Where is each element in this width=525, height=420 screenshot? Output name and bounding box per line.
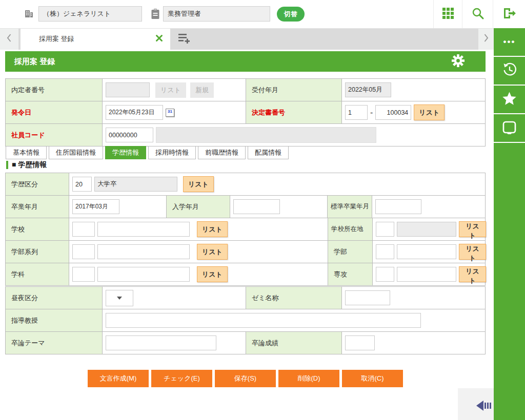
shido-input[interactable] <box>106 313 421 328</box>
cancel-button[interactable]: 取消(C) <box>342 370 403 387</box>
chuya-dropdown[interactable] <box>106 290 133 306</box>
gakubu-name-input[interactable] <box>397 244 456 259</box>
theme-input[interactable] <box>106 335 216 350</box>
table-row: 社員コード <box>6 123 485 146</box>
hyojun-input[interactable] <box>375 199 421 214</box>
shain-name-field-disabled <box>156 127 376 143</box>
tab-saiyoji-joho[interactable]: 採用時情報 <box>148 146 196 159</box>
kettei-no2-input[interactable] <box>375 105 411 120</box>
nyugaku-input[interactable] <box>233 199 280 214</box>
history-clock-icon <box>502 62 517 79</box>
app-window: 切替 採用案 登録 <box>0 0 525 420</box>
tab-zenshokureki[interactable]: 前職歴情報 <box>198 146 246 159</box>
kettei-list-button[interactable]: リスト <box>414 104 445 120</box>
top-header-bar: 切替 <box>0 0 525 29</box>
switch-button[interactable]: 切替 <box>277 7 305 22</box>
seiseki-input[interactable] <box>345 335 375 350</box>
gakubu-cell: リスト <box>373 241 486 263</box>
logout-icon <box>502 7 516 22</box>
tab-haizoku-joho[interactable]: 配属情報 <box>248 146 289 159</box>
seiseki-label: 卒論成績 <box>246 332 342 354</box>
kubun-name-input <box>94 177 177 192</box>
arrow-bar <box>490 403 491 409</box>
gakubu-list-button[interactable]: リスト <box>459 244 486 260</box>
tab-gakureki-joho[interactable]: 学歴情報 <box>105 146 146 159</box>
shain-code-input[interactable] <box>106 128 153 142</box>
table-row: 学歴区分 リスト <box>6 173 485 195</box>
key-fields-table: 内定者番号 リスト 新規 受付年月 発令日 31 <box>5 78 486 146</box>
sotsugyo-label: 卒業年月 <box>6 196 69 218</box>
sidebar-more-button[interactable]: ••• <box>494 28 525 57</box>
table-row: 学校 リスト 学校所在地 リスト <box>6 218 485 240</box>
senko-list-button[interactable]: リスト <box>459 266 486 282</box>
senko-code-input[interactable] <box>376 267 394 282</box>
grid-icon <box>442 7 454 22</box>
sidebar-clip-button[interactable] <box>494 114 525 143</box>
gakka-list-button[interactable]: リスト <box>197 266 228 282</box>
sotsugyo-input[interactable] <box>72 199 119 214</box>
delete-button[interactable]: 削除(D) <box>278 370 339 387</box>
tab-label: 採用案 登録 <box>39 34 155 44</box>
gakko-code-input[interactable] <box>72 222 95 237</box>
gakko-name-input[interactable] <box>97 222 190 237</box>
logout-button[interactable] <box>493 0 525 28</box>
hatsurei-input[interactable] <box>106 105 163 120</box>
sidebar-favorites-button[interactable] <box>494 86 525 114</box>
gakubukeiretsu-label: 学部系列 <box>6 241 69 263</box>
create-text-button[interactable]: 文言作成(M) <box>88 370 149 387</box>
chuya-label: 昼夜区分 <box>6 287 103 309</box>
company-input[interactable] <box>38 6 142 22</box>
table-row: 学科 リスト 専攻 リスト <box>6 263 485 285</box>
education-detail-table: 昼夜区分 ゼミ名称 指導教授 卒論テーマ <box>5 286 486 354</box>
shozaichi-code-input[interactable] <box>376 222 394 237</box>
tab-jusho-kokuseki[interactable]: 住所国籍情報 <box>49 146 103 159</box>
gakka-label: 学科 <box>6 263 69 285</box>
table-row: 昼夜区分 ゼミ名称 <box>6 287 485 309</box>
tab-kihon-joho[interactable]: 基本情報 <box>6 146 47 159</box>
search-button[interactable] <box>462 0 493 28</box>
kettei-no1-input[interactable] <box>345 105 368 120</box>
collapse-panel-arrow[interactable] <box>476 401 491 411</box>
shain-cell <box>103 124 485 146</box>
zemi-input[interactable] <box>345 290 390 305</box>
gakka-cell: リスト <box>69 263 328 285</box>
tabs-scroll-right-button[interactable] <box>478 28 494 50</box>
shozaichi-list-button[interactable]: リスト <box>459 221 486 237</box>
add-tab-icon <box>177 32 191 46</box>
kubun-label: 学歴区分 <box>6 173 69 195</box>
save-button[interactable]: 保存(S) <box>215 370 276 387</box>
gakubukeiretsu-list-button[interactable]: リスト <box>197 244 228 260</box>
tab-saiyoan-toroku[interactable]: 採用案 登録 <box>21 28 170 50</box>
gakko-list-button[interactable]: リスト <box>197 221 228 237</box>
gakubukeiretsu-name-input[interactable] <box>97 244 190 259</box>
education-table: 学歴区分 リスト 卒業年月 入学年月 標準卒業年月 <box>5 173 486 286</box>
gakubukeiretsu-code-input[interactable] <box>72 244 95 259</box>
close-tab-icon[interactable] <box>155 34 163 44</box>
apps-grid-button[interactable] <box>433 0 462 28</box>
senko-name-input[interactable] <box>397 267 456 282</box>
gakka-code-input[interactable] <box>72 267 95 282</box>
theme-cell <box>103 332 246 354</box>
add-tab-button[interactable] <box>175 28 193 50</box>
kettei-separator: - <box>370 108 373 117</box>
tray-icon <box>502 120 517 136</box>
chevron-down-icon <box>117 297 122 300</box>
calendar-icon[interactable]: 31 <box>166 109 174 117</box>
sotsugyo-cell <box>69 196 167 218</box>
kubun-list-button[interactable]: リスト <box>183 176 214 192</box>
hyojun-label: 標準卒業年月 <box>328 196 372 218</box>
table-row: 卒論テーマ 卒論成績 <box>6 331 485 354</box>
star-icon <box>502 91 517 108</box>
chuya-cell <box>103 287 246 309</box>
settings-gear-icon[interactable] <box>451 54 465 70</box>
tabs-scroll-left-button[interactable] <box>0 28 18 50</box>
zemi-cell <box>342 287 485 309</box>
role-input[interactable] <box>163 6 270 22</box>
gakubu-code-input[interactable] <box>376 244 394 259</box>
sidebar-history-button[interactable] <box>494 57 525 86</box>
check-button[interactable]: チェック(E) <box>151 370 212 387</box>
shozaichi-label: 学校所在地 <box>328 218 373 240</box>
table-row: 指導教授 <box>6 309 485 331</box>
kubun-code-input[interactable] <box>72 177 92 192</box>
gakka-name-input[interactable] <box>97 267 190 282</box>
